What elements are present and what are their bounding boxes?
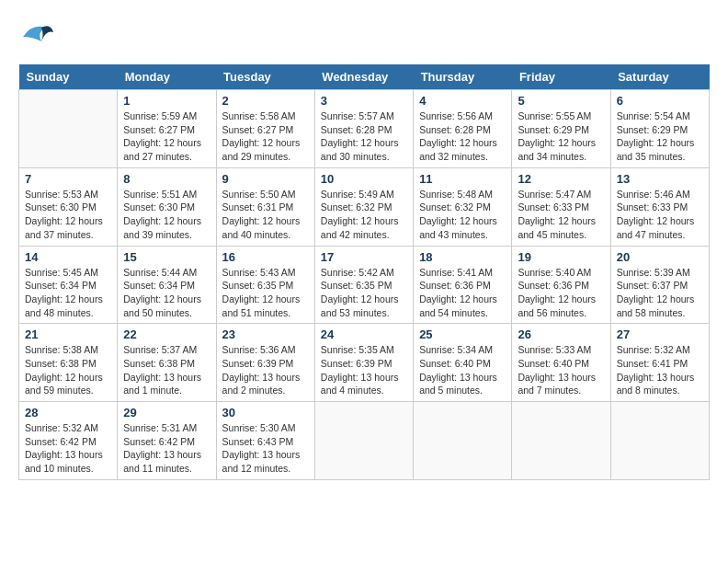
day-info: Sunrise: 5:54 AMSunset: 6:29 PMDaylight:… [617,109,703,164]
day-info: Sunrise: 5:31 AMSunset: 6:42 PMDaylight:… [123,421,210,476]
day-number: 2 [222,94,309,108]
day-number: 1 [123,94,210,108]
calendar-week-5: 28Sunrise: 5:32 AMSunset: 6:42 PMDayligh… [19,402,710,480]
table-row: 16Sunrise: 5:43 AMSunset: 6:35 PMDayligh… [216,246,314,324]
table-row: 3Sunrise: 5:57 AMSunset: 6:28 PMDaylight… [314,90,413,168]
table-row: 12Sunrise: 5:47 AMSunset: 6:33 PMDayligh… [512,167,610,246]
day-info: Sunrise: 5:48 AMSunset: 6:32 PMDaylight:… [419,188,506,242]
day-info: Sunrise: 5:33 AMSunset: 6:40 PMDaylight:… [518,343,604,397]
table-row: 25Sunrise: 5:34 AMSunset: 6:40 PMDayligh… [414,324,512,402]
day-info: Sunrise: 5:36 AMSunset: 6:39 PMDaylight:… [222,343,309,397]
table-row: 13Sunrise: 5:46 AMSunset: 6:33 PMDayligh… [610,167,709,246]
table-row [414,402,512,480]
page-header [18,18,710,55]
table-row: 21Sunrise: 5:38 AMSunset: 6:38 PMDayligh… [19,324,118,402]
day-info: Sunrise: 5:53 AMSunset: 6:30 PMDaylight:… [25,188,111,242]
day-number: 12 [518,172,604,186]
day-info: Sunrise: 5:59 AMSunset: 6:27 PMDaylight:… [123,109,210,164]
logo-icon [18,18,55,55]
day-info: Sunrise: 5:39 AMSunset: 6:37 PMDaylight:… [617,266,703,320]
table-row: 24Sunrise: 5:35 AMSunset: 6:39 PMDayligh… [314,324,413,402]
day-info: Sunrise: 5:40 AMSunset: 6:36 PMDaylight:… [518,266,604,320]
day-number: 20 [617,250,703,264]
table-row: 7Sunrise: 5:53 AMSunset: 6:30 PMDaylight… [19,167,118,246]
day-number: 28 [25,406,111,419]
table-row: 8Sunrise: 5:51 AMSunset: 6:30 PMDaylight… [118,167,216,246]
day-info: Sunrise: 5:34 AMSunset: 6:40 PMDaylight:… [419,343,506,397]
day-info: Sunrise: 5:44 AMSunset: 6:34 PMDaylight:… [123,266,210,320]
calendar-header-row: SundayMondayTuesdayWednesdayThursdayFrid… [19,64,710,90]
calendar-week-2: 7Sunrise: 5:53 AMSunset: 6:30 PMDaylight… [19,167,710,246]
table-row: 4Sunrise: 5:56 AMSunset: 6:28 PMDaylight… [414,90,512,168]
table-row [512,402,610,480]
table-row: 15Sunrise: 5:44 AMSunset: 6:34 PMDayligh… [118,246,216,324]
day-number: 25 [419,327,506,341]
day-number: 21 [25,327,111,341]
table-row: 9Sunrise: 5:50 AMSunset: 6:31 PMDaylight… [216,167,314,246]
table-row: 27Sunrise: 5:32 AMSunset: 6:41 PMDayligh… [610,324,709,402]
day-info: Sunrise: 5:38 AMSunset: 6:38 PMDaylight:… [25,343,111,397]
calendar-table: SundayMondayTuesdayWednesdayThursdayFrid… [18,64,710,480]
day-info: Sunrise: 5:43 AMSunset: 6:35 PMDaylight:… [222,266,309,320]
day-info: Sunrise: 5:32 AMSunset: 6:41 PMDaylight:… [617,343,703,397]
day-number: 23 [222,327,309,341]
day-info: Sunrise: 5:56 AMSunset: 6:28 PMDaylight:… [419,109,506,164]
column-header-monday: Monday [118,64,216,90]
table-row: 19Sunrise: 5:40 AMSunset: 6:36 PMDayligh… [512,246,610,324]
day-number: 17 [321,250,407,264]
day-info: Sunrise: 5:37 AMSunset: 6:38 PMDaylight:… [123,343,210,397]
day-number: 30 [222,406,309,419]
column-header-thursday: Thursday [414,64,512,90]
day-number: 6 [617,94,703,108]
table-row: 30Sunrise: 5:30 AMSunset: 6:43 PMDayligh… [216,402,314,480]
day-info: Sunrise: 5:46 AMSunset: 6:33 PMDaylight:… [617,188,703,242]
table-row [314,402,413,480]
table-row: 6Sunrise: 5:54 AMSunset: 6:29 PMDaylight… [610,90,709,168]
column-header-saturday: Saturday [610,64,709,90]
table-row: 20Sunrise: 5:39 AMSunset: 6:37 PMDayligh… [610,246,709,324]
table-row: 28Sunrise: 5:32 AMSunset: 6:42 PMDayligh… [19,402,118,480]
column-header-sunday: Sunday [19,64,118,90]
day-number: 19 [518,250,604,264]
day-number: 18 [419,250,506,264]
day-number: 15 [123,250,210,264]
table-row: 1Sunrise: 5:59 AMSunset: 6:27 PMDaylight… [118,90,216,168]
day-number: 16 [222,250,309,264]
day-number: 8 [123,172,210,186]
day-info: Sunrise: 5:45 AMSunset: 6:34 PMDaylight:… [25,266,111,320]
table-row: 11Sunrise: 5:48 AMSunset: 6:32 PMDayligh… [414,167,512,246]
day-info: Sunrise: 5:58 AMSunset: 6:27 PMDaylight:… [222,109,309,164]
table-row: 2Sunrise: 5:58 AMSunset: 6:27 PMDaylight… [216,90,314,168]
table-row: 23Sunrise: 5:36 AMSunset: 6:39 PMDayligh… [216,324,314,402]
table-row [610,402,709,480]
day-info: Sunrise: 5:55 AMSunset: 6:29 PMDaylight:… [518,109,604,164]
table-row: 22Sunrise: 5:37 AMSunset: 6:38 PMDayligh… [118,324,216,402]
calendar-week-4: 21Sunrise: 5:38 AMSunset: 6:38 PMDayligh… [19,324,710,402]
day-info: Sunrise: 5:41 AMSunset: 6:36 PMDaylight:… [419,266,506,320]
day-number: 3 [321,94,407,108]
day-number: 24 [321,327,407,341]
day-number: 5 [518,94,604,108]
day-info: Sunrise: 5:51 AMSunset: 6:30 PMDaylight:… [123,188,210,242]
table-row: 14Sunrise: 5:45 AMSunset: 6:34 PMDayligh… [19,246,118,324]
day-number: 13 [617,172,703,186]
day-number: 9 [222,172,309,186]
day-info: Sunrise: 5:35 AMSunset: 6:39 PMDaylight:… [321,343,407,397]
day-info: Sunrise: 5:30 AMSunset: 6:43 PMDaylight:… [222,421,309,476]
table-row: 18Sunrise: 5:41 AMSunset: 6:36 PMDayligh… [414,246,512,324]
table-row: 17Sunrise: 5:42 AMSunset: 6:35 PMDayligh… [314,246,413,324]
table-row: 10Sunrise: 5:49 AMSunset: 6:32 PMDayligh… [314,167,413,246]
day-number: 10 [321,172,407,186]
calendar-week-3: 14Sunrise: 5:45 AMSunset: 6:34 PMDayligh… [19,246,710,324]
day-number: 4 [419,94,506,108]
column-header-friday: Friday [512,64,610,90]
day-info: Sunrise: 5:47 AMSunset: 6:33 PMDaylight:… [518,188,604,242]
day-info: Sunrise: 5:32 AMSunset: 6:42 PMDaylight:… [25,421,111,476]
day-info: Sunrise: 5:49 AMSunset: 6:32 PMDaylight:… [321,188,407,242]
day-number: 29 [123,406,210,419]
column-header-wednesday: Wednesday [314,64,413,90]
table-row [19,90,118,168]
calendar-week-1: 1Sunrise: 5:59 AMSunset: 6:27 PMDaylight… [19,90,710,168]
day-number: 7 [25,172,111,186]
day-info: Sunrise: 5:50 AMSunset: 6:31 PMDaylight:… [222,188,309,242]
